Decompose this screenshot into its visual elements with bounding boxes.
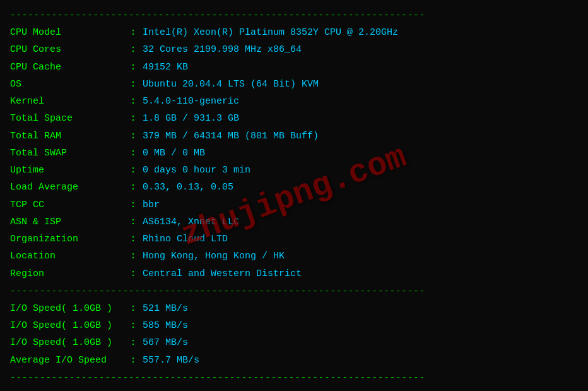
info-label: Uptime bbox=[10, 162, 124, 179]
table-row: Organization : Rhino Cloud LTD bbox=[10, 231, 578, 248]
table-row: Uptime : 0 days 0 hour 3 min bbox=[10, 162, 578, 179]
info-colon: : bbox=[124, 76, 143, 93]
table-row: ASN & ISP : AS6134, Xnnet LLC bbox=[10, 214, 578, 231]
info-colon: : bbox=[124, 59, 143, 76]
io-value: 521 MB/s bbox=[143, 300, 578, 317]
info-label: Total RAM bbox=[10, 128, 124, 145]
info-value: Rhino Cloud LTD bbox=[143, 231, 578, 248]
table-row: Total SWAP : 0 MB / 0 MB bbox=[10, 145, 578, 162]
table-row: TCP CC : bbr bbox=[10, 196, 578, 214]
info-label: TCP CC bbox=[10, 196, 124, 214]
info-colon: : bbox=[124, 162, 143, 179]
info-value: 5.4.0-110-generic bbox=[143, 93, 578, 110]
table-row: CPU Cache : 49152 KB bbox=[10, 59, 578, 76]
info-label: CPU Model bbox=[10, 24, 124, 41]
info-label: Total Space bbox=[10, 110, 124, 127]
table-row: CPU Cores : 32 Cores 2199.998 MHz x86_64 bbox=[10, 41, 578, 58]
info-value: Hong Kong, Hong Kong / HK bbox=[143, 248, 578, 265]
io-value: 567 MB/s bbox=[143, 334, 578, 351]
middle-divider: ----------------------------------------… bbox=[10, 286, 578, 296]
info-value: 379 MB / 64314 MB (801 MB Buff) bbox=[143, 128, 578, 145]
info-value: 49152 KB bbox=[143, 59, 578, 76]
table-row: Total RAM : 379 MB / 64314 MB (801 MB Bu… bbox=[10, 128, 578, 145]
info-label: ASN & ISP bbox=[10, 214, 124, 231]
info-value: Intel(R) Xeon(R) Platinum 8352Y CPU @ 2.… bbox=[143, 24, 578, 41]
info-value: 1.8 GB / 931.3 GB bbox=[143, 110, 578, 127]
info-label: Kernel bbox=[10, 93, 124, 110]
info-colon: : bbox=[124, 214, 143, 231]
info-label: Load Average bbox=[10, 179, 124, 196]
table-row: Load Average : 0.33, 0.13, 0.05 bbox=[10, 179, 578, 196]
io-colon: : bbox=[124, 300, 143, 317]
table-row: I/O Speed( 1.0GB ) : 567 MB/s bbox=[10, 334, 578, 351]
info-colon: : bbox=[124, 265, 143, 282]
io-label: I/O Speed( 1.0GB ) bbox=[10, 317, 124, 334]
info-colon: : bbox=[124, 128, 143, 145]
io-label: I/O Speed( 1.0GB ) bbox=[10, 300, 124, 317]
info-label: OS bbox=[10, 76, 124, 93]
info-label: Region bbox=[10, 265, 124, 282]
bottom-divider: ----------------------------------------… bbox=[10, 373, 578, 383]
io-label: I/O Speed( 1.0GB ) bbox=[10, 334, 124, 351]
info-label: CPU Cache bbox=[10, 59, 124, 76]
info-value: 32 Cores 2199.998 MHz x86_64 bbox=[143, 41, 578, 58]
io-label: Average I/O Speed bbox=[10, 352, 124, 369]
info-label: Total SWAP bbox=[10, 145, 124, 162]
table-row: I/O Speed( 1.0GB ) : 521 MB/s bbox=[10, 300, 578, 317]
table-row: Kernel : 5.4.0-110-generic bbox=[10, 93, 578, 110]
info-label: Location bbox=[10, 248, 124, 265]
top-divider: ----------------------------------------… bbox=[10, 10, 578, 20]
table-row: Total Space : 1.8 GB / 931.3 GB bbox=[10, 110, 578, 127]
info-label: Organization bbox=[10, 231, 124, 248]
info-label: CPU Cores bbox=[10, 41, 124, 58]
io-info-section: I/O Speed( 1.0GB ) : 521 MB/s I/O Speed(… bbox=[10, 300, 578, 369]
table-row: Average I/O Speed : 557.7 MB/s bbox=[10, 352, 578, 369]
system-info-section: CPU Model : Intel(R) Xeon(R) Platinum 83… bbox=[10, 24, 578, 282]
table-row: OS : Ubuntu 20.04.4 LTS (64 Bit) KVM bbox=[10, 76, 578, 93]
io-info-table: I/O Speed( 1.0GB ) : 521 MB/s I/O Speed(… bbox=[10, 300, 578, 369]
info-colon: : bbox=[124, 24, 143, 41]
io-colon: : bbox=[124, 317, 143, 334]
table-row: Region : Central and Western District bbox=[10, 265, 578, 282]
table-row: I/O Speed( 1.0GB ) : 585 MB/s bbox=[10, 317, 578, 334]
info-colon: : bbox=[124, 179, 143, 196]
info-value: Ubuntu 20.04.4 LTS (64 Bit) KVM bbox=[143, 76, 578, 93]
io-colon: : bbox=[124, 352, 143, 369]
info-value: Central and Western District bbox=[143, 265, 578, 282]
io-colon: : bbox=[124, 334, 143, 351]
info-colon: : bbox=[124, 110, 143, 127]
system-info-table: CPU Model : Intel(R) Xeon(R) Platinum 83… bbox=[10, 24, 578, 282]
info-value: 0 days 0 hour 3 min bbox=[143, 162, 578, 179]
info-colon: : bbox=[124, 248, 143, 265]
io-value: 557.7 MB/s bbox=[143, 352, 578, 369]
info-value: 0 MB / 0 MB bbox=[143, 145, 578, 162]
io-value: 585 MB/s bbox=[143, 317, 578, 334]
info-colon: : bbox=[124, 231, 143, 248]
info-colon: : bbox=[124, 145, 143, 162]
info-value: 0.33, 0.13, 0.05 bbox=[143, 179, 578, 196]
info-colon: : bbox=[124, 41, 143, 58]
info-value: AS6134, Xnnet LLC bbox=[143, 214, 578, 231]
info-colon: : bbox=[124, 196, 143, 214]
info-value: bbr bbox=[143, 196, 578, 214]
table-row: CPU Model : Intel(R) Xeon(R) Platinum 83… bbox=[10, 24, 578, 41]
table-row: Location : Hong Kong, Hong Kong / HK bbox=[10, 248, 578, 265]
info-colon: : bbox=[124, 93, 143, 110]
